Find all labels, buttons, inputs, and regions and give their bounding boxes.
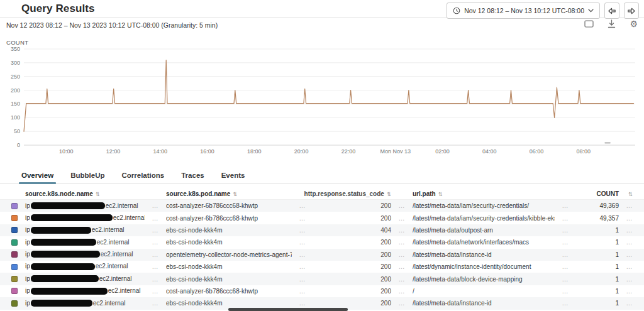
node-name-cell: ipec2.internal: [25, 300, 145, 307]
chart-line-series: [24, 60, 634, 132]
sort-arrows-icon: ⇅: [233, 191, 237, 197]
row-menu-ellipsis[interactable]: …: [619, 276, 640, 283]
comment-icon: [584, 20, 594, 28]
chart-y-axis-title: COUNT: [6, 39, 28, 46]
row-menu-ellipsis[interactable]: …: [145, 276, 166, 283]
row-menu-ellipsis[interactable]: …: [555, 263, 576, 270]
sort-arrows-icon: ⇅: [438, 191, 443, 197]
tab-traces[interactable]: Traces: [181, 172, 204, 183]
table-row[interactable]: ipec2.internal … cost-analyzer-6b786ccc6…: [0, 285, 644, 297]
redacted-text: [31, 239, 96, 246]
column-header-url-path[interactable]: url.path ⇅: [413, 190, 555, 197]
column-header-status-code[interactable]: http.response.status_code ⇅: [313, 190, 391, 197]
arrow-left-icon: [608, 7, 616, 15]
row-menu-ellipsis[interactable]: …: [145, 215, 166, 222]
svg-text:04:00: 04:00: [482, 148, 497, 155]
node-name-cell: ipec2.internal: [25, 214, 145, 222]
row-menu-ellipsis[interactable]: …: [555, 215, 576, 222]
row-menu-ellipsis[interactable]: …: [145, 263, 166, 270]
row-menu-ellipsis[interactable]: …: [555, 202, 576, 209]
next-time-window-button[interactable]: [624, 3, 639, 19]
download-results-button[interactable]: [608, 19, 616, 28]
row-menu-ellipsis[interactable]: …: [292, 215, 313, 222]
count-cell: 1: [576, 239, 619, 246]
pod-name-cell: opentelemetry-collector-node-metrics-age…: [166, 251, 292, 258]
row-menu-ellipsis[interactable]: …: [292, 288, 313, 295]
table-row[interactable]: ipec2.internal … ebs-csi-node-kkk4m … 40…: [0, 224, 644, 236]
row-menu-ellipsis[interactable]: …: [619, 251, 640, 258]
row-menu-ellipsis[interactable]: …: [619, 215, 640, 222]
pod-name-cell: cost-analyzer-6b786ccc68-khwtp: [166, 215, 292, 222]
table-row[interactable]: ipec2.internal … ebs-csi-node-kkk4m … 20…: [0, 261, 644, 273]
row-menu-ellipsis[interactable]: …: [619, 202, 640, 209]
row-menu-ellipsis[interactable]: …: [292, 227, 313, 234]
tab-correlations[interactable]: Correlations: [121, 172, 164, 183]
chart-plot-area[interactable]: 050100150200250300350 10:0012:0014:0016:…: [0, 35, 644, 158]
pod-name-cell: ebs-csi-node-kkk4m: [166, 300, 292, 307]
tab-overview[interactable]: Overview: [21, 172, 53, 183]
row-menu-ellipsis[interactable]: …: [292, 276, 313, 283]
count-cell: 49,357: [576, 215, 619, 222]
comment-annotation-button[interactable]: [584, 20, 594, 28]
row-menu-ellipsis[interactable]: …: [292, 263, 313, 270]
svg-text:150: 150: [11, 101, 20, 107]
table-header-row: source.k8s.node.name ⇅ source.k8s.pod.na…: [0, 188, 644, 200]
row-menu-ellipsis[interactable]: …: [145, 251, 166, 258]
row-menu-ellipsis[interactable]: …: [292, 239, 313, 246]
row-menu-ellipsis[interactable]: …: [292, 300, 313, 307]
row-menu-ellipsis[interactable]: …: [555, 276, 576, 283]
row-menu-ellipsis[interactable]: …: [391, 276, 413, 283]
row-menu-ellipsis[interactable]: …: [555, 300, 576, 307]
table-row[interactable]: ipec2.internal … ebs-csi-node-kkk4m … 20…: [0, 273, 644, 285]
table-row[interactable]: ipec2.internal … cost-analyzer-6b786ccc6…: [0, 200, 644, 212]
row-menu-ellipsis[interactable]: …: [555, 227, 576, 234]
row-menu-ellipsis[interactable]: …: [391, 227, 413, 234]
row-menu-ellipsis[interactable]: …: [145, 202, 166, 209]
horizontal-scrollbar-thumb[interactable]: [228, 308, 348, 311]
row-menu-ellipsis[interactable]: …: [619, 239, 640, 246]
row-menu-ellipsis[interactable]: …: [145, 300, 166, 307]
tab-bubbleup[interactable]: BubbleUp: [70, 172, 104, 183]
row-menu-ellipsis[interactable]: …: [391, 215, 413, 222]
previous-time-window-button[interactable]: [604, 3, 619, 19]
date-range-picker[interactable]: Nov 12 08:12 – Nov 13 10:12 UTC-08:00: [447, 3, 600, 19]
redacted-text: [31, 227, 91, 234]
url-path-cell: /latest/dynamic/instance-identity/docume…: [413, 263, 555, 270]
row-menu-ellipsis[interactable]: …: [555, 288, 576, 295]
row-menu-ellipsis[interactable]: …: [555, 239, 576, 246]
row-menu-ellipsis[interactable]: …: [145, 239, 166, 246]
svg-text:Mon Nov 13: Mon Nov 13: [380, 148, 411, 155]
series-color-swatch: [11, 215, 18, 221]
svg-text:0: 0: [17, 142, 20, 148]
results-chart: COUNT 050100150200250300350 10:0012:0014…: [0, 35, 644, 158]
node-name-cell: ipec2.internal: [25, 202, 145, 210]
svg-text:06:00: 06:00: [530, 148, 544, 155]
status-code-cell: 200: [313, 239, 391, 246]
table-row[interactable]: ipec2.internal … ebs-csi-node-kkk4m … 20…: [0, 236, 644, 248]
row-menu-ellipsis[interactable]: …: [145, 288, 166, 295]
row-menu-ellipsis[interactable]: …: [619, 263, 640, 270]
url-path-cell: /latest/meta-data/iam/security-credentia…: [413, 202, 555, 209]
row-menu-ellipsis[interactable]: …: [391, 251, 413, 258]
row-menu-ellipsis[interactable]: …: [292, 202, 313, 209]
tab-events[interactable]: Events: [221, 172, 245, 183]
row-menu-ellipsis[interactable]: …: [391, 300, 413, 307]
column-header-pod-name[interactable]: source.k8s.pod.name ⇅: [166, 190, 292, 197]
row-menu-ellipsis[interactable]: …: [619, 227, 640, 234]
table-row[interactable]: ipec2.internal … cost-analyzer-6b786ccc6…: [0, 212, 644, 224]
chart-settings-button[interactable]: ⚙: [630, 19, 638, 28]
row-menu-ellipsis[interactable]: …: [619, 288, 640, 295]
node-name-cell: ipec2.internal: [25, 226, 145, 234]
column-header-count[interactable]: COUNT: [576, 190, 619, 197]
row-menu-ellipsis[interactable]: …: [555, 251, 576, 258]
row-menu-ellipsis[interactable]: …: [292, 251, 313, 258]
row-menu-ellipsis[interactable]: …: [619, 300, 640, 307]
row-menu-ellipsis[interactable]: …: [391, 239, 413, 246]
column-header-node-name[interactable]: source.k8s.node.name ⇅: [25, 190, 145, 197]
row-menu-ellipsis[interactable]: …: [391, 288, 413, 295]
row-menu-ellipsis[interactable]: …: [145, 227, 166, 234]
row-menu-ellipsis[interactable]: …: [391, 263, 413, 270]
table-row[interactable]: ipec2.internal … opentelemetry-collector…: [0, 249, 644, 261]
url-path-cell: /latest/meta-data/instance-id: [413, 300, 555, 307]
row-menu-ellipsis[interactable]: …: [391, 202, 413, 209]
